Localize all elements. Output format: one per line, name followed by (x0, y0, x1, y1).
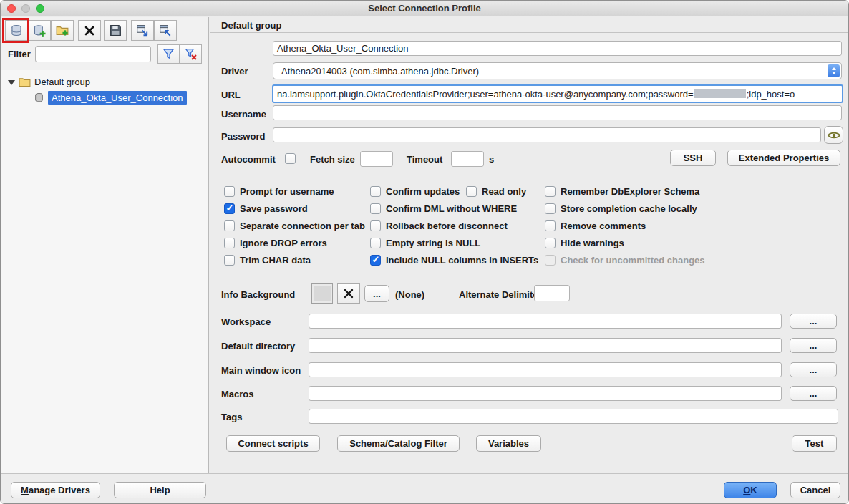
tree-group-default[interactable]: Default group (8, 74, 90, 89)
checkbox-confirm-dml-without-where[interactable]: Confirm DML without WHERE (370, 203, 517, 215)
checkbox-remove-comments[interactable]: Remove comments (545, 220, 646, 232)
delete-profile-button[interactable] (78, 20, 101, 41)
default-directory-browse-button[interactable]: ... (790, 338, 837, 353)
macros-input[interactable] (309, 386, 782, 401)
fetch-size-input[interactable] (360, 151, 393, 167)
checkbox-label: Separate connection per tab (240, 220, 365, 231)
checkbox-save-password[interactable]: Save password (224, 203, 308, 215)
checkbox-box (224, 255, 235, 266)
default-directory-input[interactable] (309, 338, 782, 353)
browse-dots-label: ... (810, 340, 818, 351)
browse-dots-label: ... (373, 289, 381, 299)
password-input[interactable] (273, 127, 821, 142)
window-title: Select Connection Profile (368, 3, 480, 14)
profile-name-value: Athena_Okta_User_Connection (277, 43, 409, 54)
checkbox-label: Remove comments (561, 220, 646, 231)
collapse-all-button[interactable] (154, 20, 177, 41)
checkbox-ignore-drop-errors[interactable]: Ignore DROP errors (224, 237, 327, 249)
info-background-color-swatch[interactable] (311, 284, 333, 304)
cancel-button[interactable]: Cancel (790, 482, 840, 498)
manage-drivers-button[interactable]: Manage Drivers (11, 482, 100, 498)
profile-name-input[interactable]: Athena_Okta_User_Connection (273, 41, 842, 56)
new-folder-icon (56, 24, 69, 37)
new-folder-button[interactable] (51, 20, 74, 41)
username-input[interactable] (273, 105, 842, 120)
ok-mnemonic: O (743, 485, 750, 495)
manage-drivers-label: anage Drivers (29, 485, 90, 495)
variables-button[interactable]: Variables (476, 435, 541, 452)
checkbox-label: Confirm updates (386, 186, 460, 197)
checkbox-hide-warnings[interactable]: Hide warnings (545, 237, 624, 249)
workspace-browse-button[interactable]: ... (790, 314, 837, 329)
ssh-button[interactable]: SSH (670, 150, 716, 166)
workspace-label: Workspace (221, 316, 271, 327)
extended-properties-button[interactable]: Extended Properties (727, 150, 840, 166)
profile-tree: Default group Athena_Okta_User_Connectio… (1, 70, 208, 473)
main-window-icon-input[interactable] (309, 362, 782, 377)
help-button[interactable]: Help (114, 482, 206, 498)
clear-x-icon (343, 288, 354, 299)
url-input[interactable]: na.iamsupport.plugin.OktaCredentialsProv… (272, 84, 843, 103)
filter-input[interactable] (35, 46, 151, 62)
copy-profile-button[interactable] (28, 20, 51, 41)
workspace-input[interactable] (309, 314, 782, 329)
checkbox-label: Empty string is NULL (386, 238, 480, 248)
checkbox-confirm-updates[interactable]: Confirm updates (370, 185, 460, 198)
checkbox-remember-dbexplorer-schema[interactable]: Remember DbExplorer Schema (545, 185, 699, 198)
main-window-icon-browse-button[interactable]: ... (790, 362, 837, 377)
checkbox-box (545, 220, 556, 231)
checkbox-label: Trim CHAR data (240, 255, 311, 266)
variables-label: Variables (488, 438, 529, 449)
new-profile-icon (10, 24, 23, 37)
save-profiles-button[interactable] (104, 20, 127, 41)
traffic-lights (7, 4, 44, 13)
folder-icon (19, 77, 31, 87)
timeout-unit: s (489, 154, 494, 165)
connect-scripts-button[interactable]: Connect scripts (226, 435, 320, 452)
alternate-delimiter-input[interactable] (534, 285, 570, 301)
checkbox-store-completion-cache-locally[interactable]: Store completion cache locally (545, 203, 697, 215)
checkbox-label: Save password (240, 203, 308, 214)
checkbox-trim-char-data[interactable]: Trim CHAR data (224, 254, 311, 266)
collapse-all-icon (159, 24, 172, 37)
show-password-button[interactable] (824, 126, 843, 144)
checkbox-label: Read only (482, 186, 526, 197)
fetch-size-label: Fetch size (310, 154, 355, 165)
tags-input[interactable] (309, 409, 838, 424)
macros-browse-button[interactable]: ... (790, 386, 837, 401)
password-label: Password (221, 131, 265, 142)
checkbox-prompt-for-username[interactable]: Prompt for username (224, 185, 334, 198)
timeout-input[interactable] (451, 151, 484, 167)
checkbox-box (545, 255, 556, 266)
close-window-button[interactable] (7, 4, 16, 13)
schema-catalog-filter-button[interactable]: Schema/Catalog Filter (337, 435, 460, 452)
checkbox-read-only[interactable]: Read only (466, 185, 526, 198)
apply-filter-button[interactable] (157, 44, 180, 64)
clear-filter-button[interactable] (180, 44, 202, 64)
expand-all-button[interactable] (131, 20, 154, 41)
driver-select[interactable]: Athena2014003 (com.simba.athena.jdbc.Dri… (273, 62, 842, 79)
url-label: URL (221, 89, 241, 100)
minimize-window-button[interactable] (21, 4, 30, 13)
checkbox-rollback-before-disconnect[interactable]: Rollback before disconnect (370, 220, 508, 232)
clear-info-background-button[interactable] (337, 284, 360, 304)
tree-item-profile[interactable]: Athena_Okta_User_Connection (34, 90, 187, 105)
pick-info-background-button[interactable]: ... (364, 285, 389, 302)
disclosure-triangle-icon[interactable] (8, 80, 15, 85)
cancel-label: Cancel (800, 485, 831, 495)
checkbox-box (224, 203, 235, 214)
redacted-password-block (694, 89, 746, 98)
tree-item-label: Athena_Okta_User_Connection (48, 91, 187, 105)
expand-all-icon (136, 24, 149, 37)
checkbox-empty-string-is-null[interactable]: Empty string is NULL (370, 237, 480, 249)
zoom-window-button[interactable] (36, 4, 44, 13)
autocommit-checkbox[interactable] (285, 153, 296, 164)
title-bar: Select Connection Profile (1, 1, 848, 16)
checkbox-separate-connection-per-tab[interactable]: Separate connection per tab (224, 220, 365, 232)
info-background-none-value: (None) (395, 289, 424, 300)
checkbox-label: Prompt for username (240, 186, 334, 197)
new-profile-button[interactable] (5, 20, 28, 41)
test-button[interactable]: Test (792, 435, 837, 452)
checkbox-include-null-columns-in-inserts[interactable]: Include NULL columns in INSERTs (370, 254, 538, 266)
ok-button[interactable]: OK (724, 482, 777, 498)
